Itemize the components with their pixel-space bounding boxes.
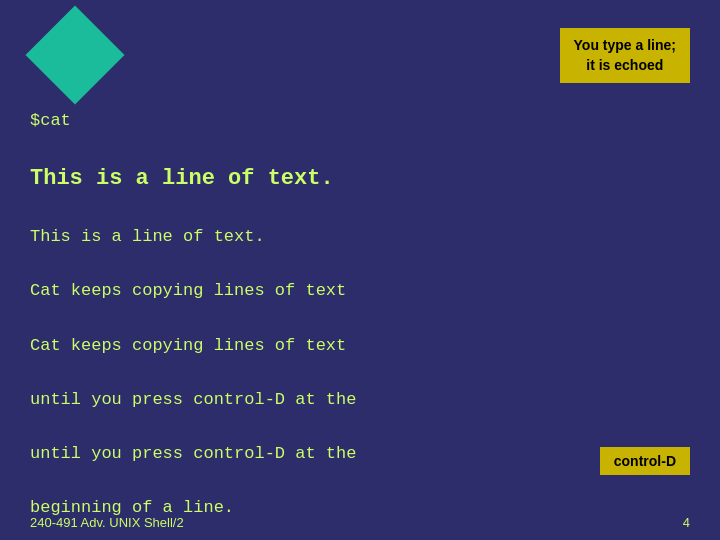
tooltip-line2: it is echoed — [586, 57, 663, 73]
terminal-line-5: until you press control-D at the — [30, 441, 356, 467]
footer-course: 240-491 Adv. UNIX Shell/2 — [30, 515, 184, 530]
tooltip-line1: You type a line; — [574, 37, 676, 53]
footer-page-number: 4 — [683, 515, 690, 530]
footer-left: 240-491 Adv. UNIX Shell/2 — [30, 515, 184, 530]
terminal-line-4: until you press control-D at the — [30, 387, 356, 413]
large-line: This is a line of text. — [30, 162, 356, 196]
tooltip-box: You type a line; it is echoed — [560, 28, 690, 83]
control-d-label: control-D — [614, 453, 676, 469]
terminal-line-3: Cat keeps copying lines of text — [30, 333, 356, 359]
terminal-content: $cat This is a line of text. This is a l… — [30, 80, 356, 540]
terminal-line-1: This is a line of text. — [30, 224, 356, 250]
control-d-badge: control-D — [600, 447, 690, 475]
footer-right: 4 — [683, 515, 690, 530]
prompt-line: $cat — [30, 108, 356, 134]
terminal-line-2: Cat keeps copying lines of text — [30, 278, 356, 304]
